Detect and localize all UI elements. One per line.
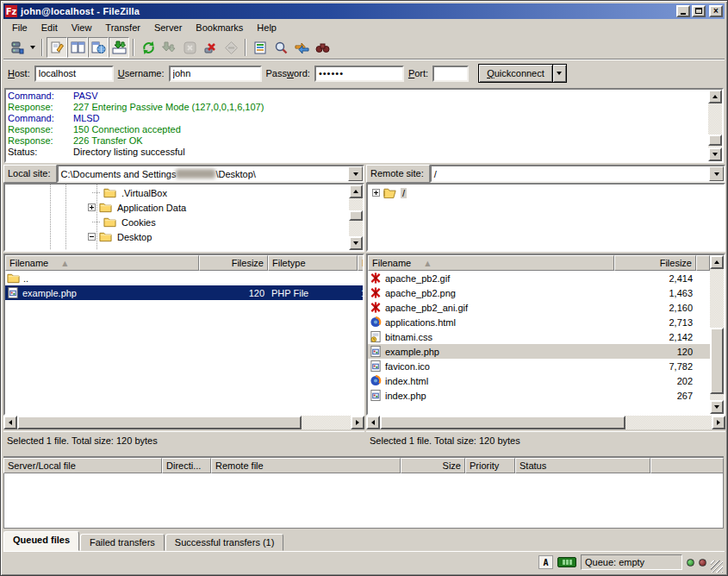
file-row-example-php[interactable]: example.php 120 PHP File 1 — [5, 285, 363, 300]
tree-item-cookies[interactable]: Cookies — [5, 215, 349, 229]
tab-successful-transfers[interactable]: Successful transfers (1) — [165, 534, 284, 551]
quickconnect-dropdown-button[interactable] — [553, 64, 567, 83]
disconnect-button[interactable] — [200, 37, 221, 58]
refresh-button[interactable] — [138, 37, 159, 58]
log-scrollbar[interactable] — [708, 90, 722, 161]
scroll-thumb[interactable] — [708, 135, 722, 146]
tree-item-virtualbox[interactable]: .VirtualBox — [5, 185, 349, 200]
local-list-hscrollbar[interactable] — [3, 416, 364, 429]
port-input[interactable] — [432, 66, 469, 82]
scroll-down-button[interactable] — [349, 236, 363, 250]
scroll-right-button[interactable] — [351, 416, 364, 429]
filter-button[interactable] — [250, 37, 271, 58]
remote-list-hscrollbar[interactable] — [366, 416, 725, 429]
abort-button[interactable] — [221, 37, 241, 58]
menu-transfer[interactable]: Transfer — [98, 21, 147, 34]
scroll-down-button[interactable] — [708, 147, 722, 161]
compare-directories-button[interactable] — [271, 37, 291, 58]
local-tree-scrollbar[interactable] — [349, 185, 363, 250]
column-header-priority[interactable]: Priority — [465, 458, 515, 473]
close-button[interactable]: × — [709, 5, 723, 17]
tree-item-application-data[interactable]: Application Data — [5, 200, 349, 215]
column-header-filename[interactable]: Filename▲ — [5, 255, 199, 271]
toolbar — [3, 36, 725, 59]
local-site-dropdown-button[interactable] — [348, 166, 363, 181]
scroll-thumb[interactable] — [17, 416, 302, 429]
remote-list-scrollbar[interactable] — [710, 255, 724, 414]
remote-site-combo[interactable]: / — [430, 165, 725, 183]
site-manager-dropdown-button[interactable] — [27, 37, 38, 58]
message-log: Command:PASV Response:227 Entering Passi… — [4, 88, 724, 163]
local-path-value[interactable]: C:\Documents and Settings\Desktop\ — [59, 166, 348, 181]
column-header-direction[interactable]: Directi... — [162, 458, 211, 473]
username-input[interactable] — [169, 66, 262, 82]
toggle-queue-button[interactable] — [109, 37, 129, 58]
file-row[interactable]: applications.html 2,713 — [368, 315, 710, 329]
site-manager-button[interactable] — [6, 37, 27, 58]
file-row-selected[interactable]: example.php 120 — [368, 344, 710, 359]
tree-item-root[interactable]: / — [368, 185, 710, 200]
transfer-type-indicator-icon[interactable]: A — [538, 555, 553, 569]
scroll-thumb[interactable] — [710, 328, 724, 394]
file-row[interactable]: apache_pb2.png 1,463 — [368, 285, 710, 300]
remote-site-dropdown-button[interactable] — [709, 166, 724, 181]
queue-list-empty[interactable] — [3, 473, 724, 529]
scroll-right-button[interactable] — [712, 416, 725, 429]
quickconnect-button[interactable]: Quickconnect — [478, 64, 553, 83]
column-header-status[interactable]: Status — [515, 458, 650, 473]
file-row-parent-dir[interactable]: .. — [5, 271, 363, 285]
synchronized-browsing-button[interactable] — [291, 37, 312, 58]
minimize-button[interactable] — [676, 5, 690, 17]
tab-failed-transfers[interactable]: Failed transfers — [80, 534, 165, 551]
toggle-message-log-button[interactable] — [47, 37, 67, 58]
file-row[interactable]: apache_pb2.gif 2,414 — [368, 271, 710, 285]
menu-server[interactable]: Server — [147, 21, 189, 34]
host-input[interactable] — [34, 66, 114, 82]
file-row[interactable]: index.html 202 — [368, 373, 710, 388]
menu-bookmarks[interactable]: Bookmarks — [189, 21, 250, 34]
resize-grip[interactable] — [711, 560, 723, 573]
file-row[interactable]: apache_pb2_ani.gif 2,160 — [368, 300, 710, 315]
file-row[interactable]: index.php 267 — [368, 388, 710, 403]
maximize-button[interactable] — [692, 5, 706, 17]
scroll-up-button[interactable] — [710, 255, 724, 269]
menu-file[interactable]: File — [5, 21, 34, 34]
cancel-operation-button[interactable] — [179, 37, 200, 58]
column-header-filetype[interactable]: Filetype — [268, 255, 358, 271]
tree-item-desktop[interactable]: Desktop — [5, 229, 349, 244]
password-input[interactable] — [314, 66, 404, 82]
process-queue-button[interactable] — [159, 37, 179, 58]
title-bar[interactable]: Fz john@localhost - FileZilla × — [3, 3, 725, 19]
column-header-filesize[interactable]: Filesize — [199, 255, 268, 271]
expand-plus-icon[interactable] — [88, 203, 96, 211]
column-header-server-local-file[interactable]: Server/Local file — [3, 458, 162, 473]
toggle-remote-tree-button[interactable] — [88, 37, 109, 58]
scroll-left-button[interactable] — [366, 416, 380, 429]
menu-edit[interactable]: Edit — [34, 21, 65, 34]
toggle-local-tree-button[interactable] — [67, 37, 88, 58]
remote-path-value[interactable]: / — [432, 166, 709, 181]
scroll-up-button[interactable] — [708, 90, 722, 103]
scroll-left-button[interactable] — [3, 416, 17, 429]
file-row[interactable]: favicon.ico 7,782 — [368, 359, 710, 373]
column-header-lastmodified[interactable]: L — [358, 255, 363, 271]
column-header-filename[interactable]: Filename▲ — [368, 255, 614, 271]
file-row[interactable]: bitnami.css 2,142 — [368, 329, 710, 344]
remote-selection-status: Selected 1 file. Total size: 120 bytes — [366, 431, 725, 450]
local-site-combo[interactable]: C:\Documents and Settings\Desktop\ — [57, 165, 364, 183]
tab-queued-files[interactable]: Queued files — [3, 531, 79, 551]
scroll-thumb[interactable] — [380, 416, 625, 429]
arrow-down-icon — [714, 405, 719, 409]
scroll-thumb[interactable] — [349, 210, 363, 221]
column-header-size[interactable]: Size — [401, 458, 465, 473]
menu-view[interactable]: View — [65, 21, 99, 34]
collapse-minus-icon[interactable] — [88, 233, 96, 241]
scroll-up-button[interactable] — [349, 185, 363, 198]
column-header-remote-file[interactable]: Remote file — [211, 458, 401, 473]
search-button[interactable] — [312, 37, 333, 58]
speed-limit-icon[interactable] — [557, 557, 576, 567]
column-header-filesize[interactable]: Filesize — [614, 255, 696, 271]
menu-help[interactable]: Help — [250, 21, 283, 34]
scroll-down-button[interactable] — [710, 400, 724, 414]
expand-plus-icon[interactable] — [372, 189, 380, 197]
